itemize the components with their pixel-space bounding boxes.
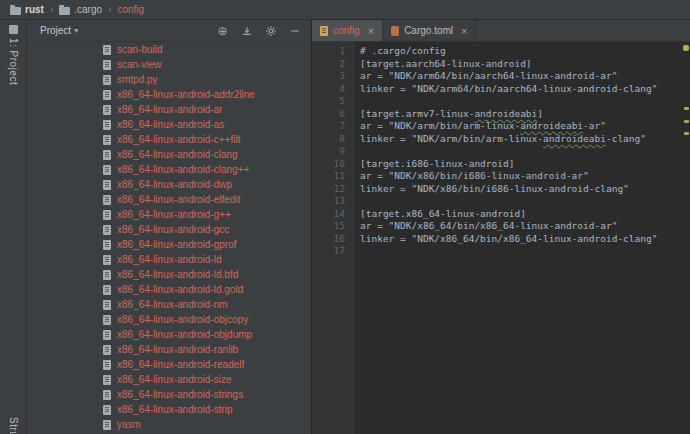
file-icon — [103, 90, 111, 100]
tree-item[interactable]: x86_64-linux-android-dwp — [27, 177, 311, 192]
file-icon — [103, 195, 111, 205]
tree-item-label: x86_64-linux-android-objcopy — [117, 314, 248, 325]
inspection-indicator-icon[interactable] — [683, 45, 689, 51]
tree-item[interactable]: x86_64-linux-android-strip — [27, 402, 311, 417]
tree-item-label: x86_64-linux-android-ld — [117, 254, 222, 265]
tree-item-label: x86_64-linux-android-strip — [117, 404, 233, 415]
code-area[interactable]: # .cargo/config[target.aarch64-linux-and… — [354, 42, 690, 434]
file-icon — [103, 150, 111, 160]
file-icon — [103, 105, 111, 115]
tree-item[interactable]: x86_64-linux-android-elfedit — [27, 192, 311, 207]
file-icon — [103, 360, 111, 370]
folder-icon — [10, 7, 21, 15]
config-file-icon — [320, 26, 328, 36]
project-panel-title: Project — [40, 25, 71, 36]
tab-cargo-toml[interactable]: Cargo.toml× — [383, 20, 476, 41]
tree-item[interactable]: x86_64-linux-android-gcc — [27, 222, 311, 237]
tree-item-label: x86_64-linux-android-ld.gold — [117, 284, 243, 295]
file-icon — [103, 45, 111, 55]
breadcrumb-separator: › — [105, 4, 114, 15]
file-icon — [103, 300, 111, 310]
warning-mark[interactable] — [684, 120, 689, 123]
code-line-15[interactable]: ar = "NDK/x86_64/bin/x86_64-linux-androi… — [360, 220, 690, 233]
tree-item[interactable]: x86_64-linux-android-size — [27, 372, 311, 387]
tree-item[interactable]: x86_64-linux-android-clang — [27, 147, 311, 162]
cargo-file-icon — [391, 26, 399, 36]
breadcrumb-separator: › — [47, 4, 56, 15]
ide-window: rust›.cargo›config 1: Project Structure … — [0, 0, 690, 434]
tree-item[interactable]: x86_64-linux-android-as — [27, 117, 311, 132]
line-number: 11 — [312, 170, 345, 183]
tree-item[interactable]: scan-view — [27, 57, 311, 72]
tree-item[interactable]: x86_64-linux-android-g++ — [27, 207, 311, 222]
tree-item[interactable]: x86_64-linux-android-ranlib — [27, 342, 311, 357]
project-view-selector[interactable]: Project ▾ — [40, 25, 78, 36]
breadcrumb-item-rust[interactable]: rust — [10, 4, 44, 15]
code-line-5[interactable] — [360, 95, 690, 108]
tree-item-label: x86_64-linux-android-objdump — [117, 329, 252, 340]
line-number: 5 — [312, 95, 345, 108]
tree-item[interactable]: x86_64-linux-android-ld — [27, 252, 311, 267]
tree-item[interactable]: x86_64-linux-android-ld.bfd — [27, 267, 311, 282]
code-line-11[interactable]: ar = "NDK/x86/bin/i686-linux-android-ar" — [360, 170, 690, 183]
code-line-12[interactable]: linker = "NDK/x86/bin/i686-linux-android… — [360, 183, 690, 196]
locate-icon[interactable]: ⊕ — [216, 24, 229, 37]
code-line-7[interactable]: ar = "NDK/arm/bin/arm-linux-androideabi-… — [360, 120, 690, 133]
file-icon — [103, 270, 111, 280]
tree-item[interactable]: x86_64-linux-android-clang++ — [27, 162, 311, 177]
tree-item[interactable]: x86_64-linux-android-objdump — [27, 327, 311, 342]
hide-icon[interactable] — [288, 24, 301, 37]
file-icon — [103, 225, 111, 235]
tab-config[interactable]: config× — [312, 20, 383, 41]
code-line-6[interactable]: [target.armv7-linux-androideabi] — [360, 108, 690, 121]
tree-item[interactable]: x86_64-linux-android-readelf — [27, 357, 311, 372]
code-line-13[interactable] — [360, 195, 690, 208]
code-line-9[interactable] — [360, 145, 690, 158]
file-icon — [103, 60, 111, 70]
code-line-3[interactable]: ar = "NDK/arm64/bin/aarch64-linux-androi… — [360, 70, 690, 83]
tool-window-button-project[interactable]: 1: Project — [0, 25, 26, 85]
code-line-4[interactable]: linker = "NDK/arm64/bin/aarch64-linux-an… — [360, 83, 690, 96]
tree-item[interactable]: x86_64-linux-android-ar — [27, 102, 311, 117]
project-panel-header: Project ▾ ⊕ — [27, 20, 311, 42]
collapse-all-icon[interactable] — [240, 24, 253, 37]
tree-item[interactable]: x86_64-linux-android-ld.gold — [27, 282, 311, 297]
warning-mark[interactable] — [684, 107, 689, 110]
close-icon[interactable]: × — [461, 25, 467, 37]
tree-item[interactable]: x86_64-linux-android-gprof — [27, 237, 311, 252]
settings-icon[interactable] — [264, 24, 277, 37]
line-number: 8 — [312, 133, 345, 146]
tab-bar: config×Cargo.toml× — [312, 20, 690, 42]
file-icon — [103, 375, 111, 385]
tree-item-label: x86_64-linux-android-gcc — [117, 224, 229, 235]
code-line-14[interactable]: [target.x86_64-linux-android] — [360, 208, 690, 221]
breadcrumb-item-config[interactable]: config — [117, 4, 144, 15]
tree-item[interactable]: scan-build — [27, 42, 311, 57]
file-icon — [103, 240, 111, 250]
tree-item[interactable]: smtpd.py — [27, 72, 311, 87]
code-line-2[interactable]: [target.aarch64-linux-android] — [360, 58, 690, 71]
project-panel: Project ▾ ⊕ — [27, 20, 311, 434]
tool-window-button-structure[interactable]: Structure — [0, 417, 26, 434]
project-tree: scan-buildscan-viewsmtpd.pyx86_64-linux-… — [27, 42, 311, 434]
breadcrumb-item--cargo[interactable]: .cargo — [59, 4, 102, 15]
tree-item-label: yasm — [117, 419, 141, 430]
code-line-10[interactable]: [target.i686-linux-android] — [360, 158, 690, 171]
error-stripe[interactable] — [683, 42, 690, 434]
tree-item[interactable]: x86_64-linux-android-objcopy — [27, 312, 311, 327]
tree-item[interactable]: yasm — [27, 417, 311, 432]
tree-item-label: x86_64-linux-android-addr2line — [117, 89, 255, 100]
file-icon — [103, 120, 111, 130]
tree-item[interactable]: x86_64-linux-android-nm — [27, 297, 311, 312]
code-line-17[interactable] — [360, 245, 690, 258]
tree-item[interactable]: x86_64-linux-android-strings — [27, 387, 311, 402]
tree-item[interactable]: x86_64-linux-android-addr2line — [27, 87, 311, 102]
code-line-16[interactable]: linker = "NDK/x86_64/bin/x86_64-linux-an… — [360, 233, 690, 246]
tree-item[interactable]: x86_64-linux-android-c++filt — [27, 132, 311, 147]
project-tool-icon — [9, 25, 18, 34]
warning-mark[interactable] — [684, 132, 689, 135]
code-line-1[interactable]: # .cargo/config — [360, 45, 690, 58]
code-line-8[interactable]: linker = "NDK/arm/bin/arm-linux-androide… — [360, 133, 690, 146]
tree-item-label: x86_64-linux-android-ranlib — [117, 344, 238, 355]
close-icon[interactable]: × — [368, 25, 374, 37]
